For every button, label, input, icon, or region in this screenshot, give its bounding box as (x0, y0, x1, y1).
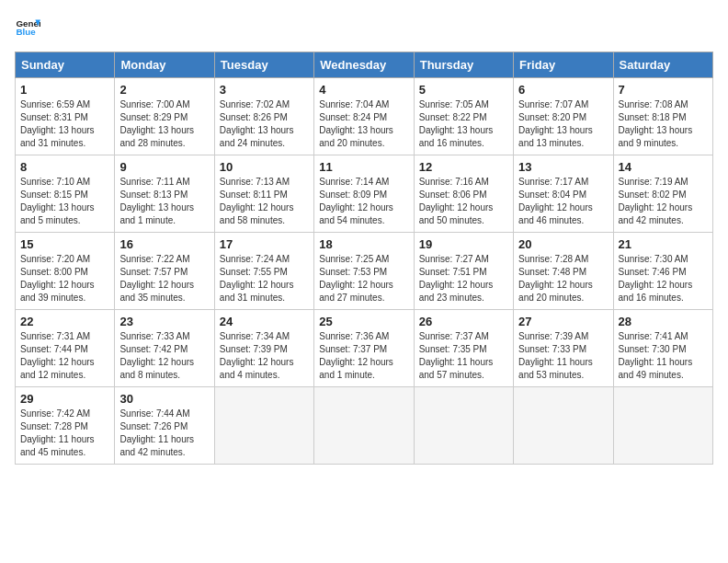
calendar-day-6: 6Sunrise: 7:07 AM Sunset: 8:20 PM Daylig… (514, 78, 613, 155)
weekday-header-friday: Friday (514, 52, 613, 78)
calendar-day-1: 1Sunrise: 6:59 AM Sunset: 8:31 PM Daylig… (16, 78, 115, 155)
calendar-day-19: 19Sunrise: 7:27 AM Sunset: 7:51 PM Dayli… (414, 233, 513, 310)
calendar-day-empty (214, 387, 313, 465)
calendar-week-4: 22Sunrise: 7:31 AM Sunset: 7:44 PM Dayli… (16, 310, 713, 387)
calendar-day-26: 26Sunrise: 7:37 AM Sunset: 7:35 PM Dayli… (414, 310, 513, 387)
calendar-table: SundayMondayTuesdayWednesdayThursdayFrid… (15, 52, 713, 465)
calendar-day-empty (414, 387, 513, 465)
logo: General Blue (15, 15, 40, 40)
calendar-day-5: 5Sunrise: 7:05 AM Sunset: 8:22 PM Daylig… (414, 78, 513, 155)
calendar-day-empty (514, 387, 613, 465)
weekday-header-row: SundayMondayTuesdayWednesdayThursdayFrid… (16, 52, 713, 78)
calendar-day-16: 16Sunrise: 7:22 AM Sunset: 7:57 PM Dayli… (115, 233, 214, 310)
calendar-day-15: 15Sunrise: 7:20 AM Sunset: 8:00 PM Dayli… (16, 233, 115, 310)
calendar-week-5: 29Sunrise: 7:42 AM Sunset: 7:28 PM Dayli… (16, 387, 713, 465)
calendar-week-3: 15Sunrise: 7:20 AM Sunset: 8:00 PM Dayli… (16, 233, 713, 310)
weekday-header-monday: Monday (115, 52, 214, 78)
calendar-day-8: 8Sunrise: 7:10 AM Sunset: 8:15 PM Daylig… (16, 155, 115, 233)
calendar-day-12: 12Sunrise: 7:16 AM Sunset: 8:06 PM Dayli… (414, 155, 513, 233)
weekday-header-wednesday: Wednesday (314, 52, 414, 78)
calendar-day-empty (314, 387, 414, 465)
calendar-day-24: 24Sunrise: 7:34 AM Sunset: 7:39 PM Dayli… (214, 310, 313, 387)
weekday-header-tuesday: Tuesday (214, 52, 313, 78)
calendar-day-20: 20Sunrise: 7:28 AM Sunset: 7:48 PM Dayli… (514, 233, 613, 310)
calendar-day-14: 14Sunrise: 7:19 AM Sunset: 8:02 PM Dayli… (613, 155, 712, 233)
svg-text:Blue: Blue (16, 27, 36, 37)
calendar-day-4: 4Sunrise: 7:04 AM Sunset: 8:24 PM Daylig… (314, 78, 414, 155)
calendar-day-29: 29Sunrise: 7:42 AM Sunset: 7:28 PM Dayli… (16, 387, 115, 465)
calendar-day-17: 17Sunrise: 7:24 AM Sunset: 7:55 PM Dayli… (214, 233, 313, 310)
calendar-day-27: 27Sunrise: 7:39 AM Sunset: 7:33 PM Dayli… (514, 310, 613, 387)
calendar-day-11: 11Sunrise: 7:14 AM Sunset: 8:09 PM Dayli… (314, 155, 414, 233)
weekday-header-saturday: Saturday (613, 52, 712, 78)
calendar-day-25: 25Sunrise: 7:36 AM Sunset: 7:37 PM Dayli… (314, 310, 414, 387)
calendar-day-empty (613, 387, 712, 465)
calendar-week-2: 8Sunrise: 7:10 AM Sunset: 8:15 PM Daylig… (16, 155, 713, 233)
calendar-day-3: 3Sunrise: 7:02 AM Sunset: 8:26 PM Daylig… (214, 78, 313, 155)
calendar-day-7: 7Sunrise: 7:08 AM Sunset: 8:18 PM Daylig… (613, 78, 712, 155)
calendar-day-9: 9Sunrise: 7:11 AM Sunset: 8:13 PM Daylig… (115, 155, 214, 233)
logo-icon: General Blue (15, 15, 40, 40)
calendar-day-2: 2Sunrise: 7:00 AM Sunset: 8:29 PM Daylig… (115, 78, 214, 155)
calendar-day-21: 21Sunrise: 7:30 AM Sunset: 7:46 PM Dayli… (613, 233, 712, 310)
calendar-day-13: 13Sunrise: 7:17 AM Sunset: 8:04 PM Dayli… (514, 155, 613, 233)
weekday-header-thursday: Thursday (414, 52, 513, 78)
weekday-header-sunday: Sunday (16, 52, 115, 78)
calendar-week-1: 1Sunrise: 6:59 AM Sunset: 8:31 PM Daylig… (16, 78, 713, 155)
calendar-day-22: 22Sunrise: 7:31 AM Sunset: 7:44 PM Dayli… (16, 310, 115, 387)
calendar-day-28: 28Sunrise: 7:41 AM Sunset: 7:30 PM Dayli… (613, 310, 712, 387)
calendar-day-30: 30Sunrise: 7:44 AM Sunset: 7:26 PM Dayli… (115, 387, 214, 465)
page-header: General Blue (15, 15, 713, 40)
calendar-day-18: 18Sunrise: 7:25 AM Sunset: 7:53 PM Dayli… (314, 233, 414, 310)
calendar-day-10: 10Sunrise: 7:13 AM Sunset: 8:11 PM Dayli… (214, 155, 313, 233)
calendar-day-23: 23Sunrise: 7:33 AM Sunset: 7:42 PM Dayli… (115, 310, 214, 387)
